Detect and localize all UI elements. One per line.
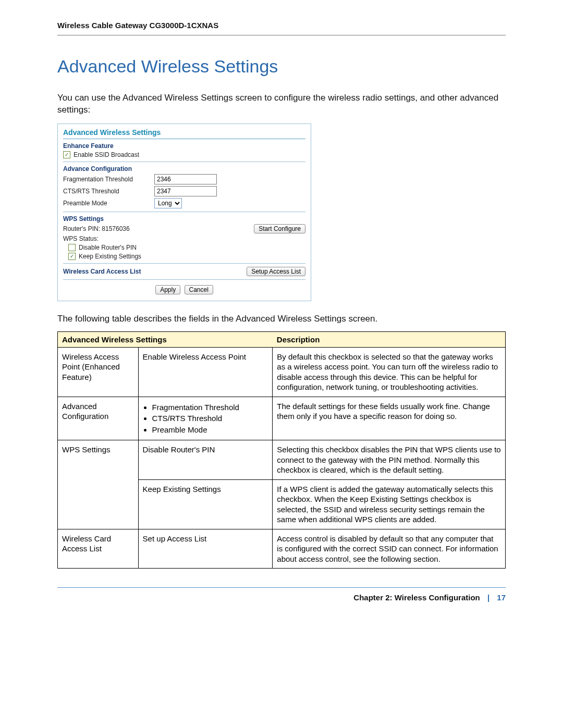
access-list-heading: Wireless Card Access List (63, 268, 141, 275)
enhance-heading: Enhance Feature (63, 142, 305, 150)
keep-existing-label: Keep Existing Settings (79, 253, 141, 260)
table-header-description: Description (273, 331, 506, 347)
cts-input[interactable] (154, 186, 217, 196)
footer-chapter: Chapter 2: Wireless Configuration (353, 593, 480, 602)
wps-status-label: WPS Status: (63, 235, 99, 242)
bullet-item: CTS/RTS Threshold (152, 413, 268, 424)
keep-existing-checkbox[interactable]: ✓ (68, 253, 76, 260)
table-cell: The default settings for these fields us… (273, 397, 506, 440)
ssid-broadcast-checkbox[interactable]: ✓ (63, 151, 70, 158)
frag-label: Fragmentation Threshold (63, 176, 154, 183)
table-cell: Enable Wireless Access Point (138, 347, 273, 397)
bullet-item: Fragmentation Threshold (152, 402, 268, 413)
footer-rule (57, 587, 506, 588)
start-configure-button[interactable]: Start Configure (254, 224, 305, 233)
table-cell: Advanced Configuration (58, 397, 139, 440)
page-title: Advanced Wireless Settings (57, 56, 506, 77)
router-pin-label: Router's PIN: 81576036 (63, 225, 130, 232)
panel-title: Advanced Wireless Settings (63, 128, 305, 139)
footer-page-number: 17 (497, 593, 506, 602)
preamble-select[interactable]: Long (154, 198, 182, 208)
divider (63, 263, 305, 264)
settings-panel: Advanced Wireless Settings Enhance Featu… (57, 124, 311, 301)
ssid-broadcast-label: Enable SSID Broadcast (74, 151, 139, 158)
table-cell: Selecting this checkbox disables the PIN… (273, 440, 506, 480)
document-header: Wireless Cable Gateway CG3000D-1CXNAS (57, 21, 506, 30)
table-cell: Set up Access List (138, 529, 273, 569)
cancel-button[interactable]: Cancel (185, 285, 213, 294)
wps-heading: WPS Settings (63, 215, 305, 223)
disable-pin-checkbox[interactable]: ✓ (68, 244, 76, 251)
table-header-settings: Advanced Wireless Settings (58, 331, 273, 347)
table-cell: By default this checkbox is selected so … (273, 347, 506, 397)
footer-separator: | (487, 593, 489, 602)
table-cell (58, 479, 139, 529)
table-cell: If a WPS client is added the gateway aut… (273, 479, 506, 529)
page-footer: Chapter 2: Wireless Configuration | 17 (57, 593, 506, 602)
table-intro: The following table describes the fields… (57, 314, 506, 324)
preamble-label: Preamble Mode (63, 200, 154, 207)
setup-access-list-button[interactable]: Setup Access List (247, 267, 305, 276)
bullet-item: Preamble Mode (152, 425, 268, 435)
table-cell: Disable Router's PIN (138, 440, 273, 480)
divider (63, 162, 305, 162)
table-cell: Wireless Card Access List (58, 529, 139, 569)
disable-pin-label: Disable Router's PIN (79, 244, 137, 251)
table-cell: Fragmentation Threshold CTS/RTS Threshol… (138, 397, 273, 440)
table-cell: Wireless Access Point (Enhanced Feature) (58, 347, 139, 397)
frag-input[interactable] (154, 174, 217, 184)
settings-description-table: Advanced Wireless Settings Description W… (57, 331, 506, 569)
advcfg-heading: Advance Configuration (63, 165, 305, 172)
intro-text: You can use the Advanced Wireless Settin… (57, 92, 506, 116)
table-cell: WPS Settings (58, 440, 139, 480)
header-rule (57, 35, 506, 35)
table-cell: Access control is disabled by default so… (273, 529, 506, 569)
apply-button[interactable]: Apply (155, 285, 180, 294)
divider (63, 212, 305, 212)
divider (63, 279, 305, 280)
table-cell: Keep Existing Settings (138, 479, 273, 529)
cts-label: CTS/RTS Threshold (63, 188, 154, 195)
